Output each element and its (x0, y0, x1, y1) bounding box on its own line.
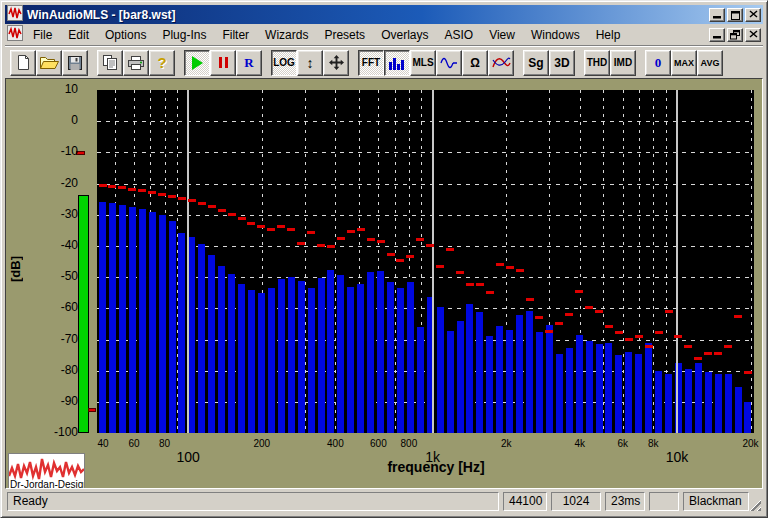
menu-item-presets[interactable]: Presets (316, 26, 373, 44)
spectrum-bar (546, 325, 553, 433)
overlay-dash (257, 225, 265, 228)
spectrum-bar (576, 335, 583, 433)
three-d-button[interactable]: 3D (549, 50, 575, 76)
print-button[interactable] (123, 50, 149, 76)
gridline-horizontal (97, 121, 754, 122)
menu-item-overlays[interactable]: Overlays (373, 26, 436, 44)
transfer-function-button[interactable] (488, 50, 514, 76)
menu-item-file[interactable]: File (25, 26, 60, 44)
chart-client-area: [dB] frequency [Hz] Dr-Jordan-Design 100… (5, 78, 763, 489)
copy-button[interactable] (97, 50, 123, 76)
zero-button[interactable]: 0 (645, 50, 671, 76)
menu-item-plug-ins[interactable]: Plug-Ins (154, 26, 214, 44)
spectrum-plot (97, 90, 754, 433)
y-tick-label: -40 (30, 238, 78, 252)
overlay-dash (367, 238, 375, 241)
maximize-button[interactable] (727, 8, 743, 22)
log-scale-button[interactable]: LOG (271, 50, 297, 76)
spectrum-bar (278, 279, 285, 433)
spectrum-bar (337, 275, 344, 433)
menu-item-edit[interactable]: Edit (60, 26, 97, 44)
status-bar: Ready 44100 1024 23ms Blackman (5, 489, 763, 513)
child-restore-button[interactable] (727, 28, 743, 42)
y-tick-label: 0 (30, 113, 78, 127)
new-file-button[interactable] (10, 50, 36, 76)
menu-item-wizards[interactable]: Wizards (257, 26, 316, 44)
zoom-vertical-button[interactable]: ↕ (297, 50, 323, 76)
spectrum-bar (407, 282, 414, 433)
spectrum-bar (109, 203, 116, 433)
menu-item-view[interactable]: View (481, 26, 523, 44)
fft-button[interactable]: FFT (358, 50, 384, 76)
y-tick-label: -20 (30, 176, 78, 190)
overlay-dash (357, 228, 365, 231)
bar-chart-icon (389, 56, 405, 70)
save-file-button[interactable] (62, 50, 88, 76)
close-button[interactable] (745, 8, 761, 22)
spectrum-bar (228, 274, 235, 433)
minimize-button[interactable] (709, 8, 725, 22)
menu-item-windows[interactable]: Windows (523, 26, 588, 44)
help-button[interactable]: ? (149, 50, 175, 76)
overlay-dash (138, 189, 146, 192)
spectrum-bar (159, 215, 166, 433)
spectrum-bar (238, 284, 245, 433)
resize-grip[interactable] (748, 498, 761, 511)
overlay-dash (267, 228, 275, 231)
y-tick-label: -50 (30, 269, 78, 283)
spectrum-bar (387, 282, 394, 433)
spectrum-bar (397, 288, 404, 433)
avg-button[interactable]: AVG (697, 50, 723, 76)
menu-items: FileEditOptionsPlug-InsFilterWizardsPres… (25, 26, 628, 44)
overlay-dash (178, 197, 186, 200)
gridline-horizontal (97, 152, 754, 153)
mls-button[interactable]: MLS (410, 50, 436, 76)
max-button[interactable]: MAX (671, 50, 697, 76)
play-button[interactable] (184, 50, 210, 76)
overlay-dash (635, 335, 643, 338)
pan-button[interactable] (323, 50, 349, 76)
open-file-button[interactable] (36, 50, 62, 76)
impedance-button[interactable]: Ω (462, 50, 488, 76)
pause-button[interactable] (210, 50, 236, 76)
overlay-dash (436, 265, 444, 268)
spectrum-bar (705, 372, 712, 433)
signal-generator-button[interactable]: Sg (523, 50, 549, 76)
spectrum-bar (725, 374, 732, 433)
child-close-button[interactable] (745, 28, 761, 42)
menu-item-options[interactable]: Options (97, 26, 154, 44)
menu-item-help[interactable]: Help (588, 26, 629, 44)
app-icon (7, 5, 23, 25)
waveform-button[interactable] (436, 50, 462, 76)
spectrum-bar (208, 255, 215, 433)
transfer-curves-icon (492, 56, 511, 69)
document-icon[interactable] (7, 25, 23, 45)
max-button-label: MAX (674, 58, 694, 68)
window-title: WinAudioMLS - [bar8.wst] (27, 8, 176, 22)
spectrum-bar (178, 233, 185, 433)
spectrum-bar (506, 330, 513, 433)
gridline-horizontal (97, 308, 754, 309)
impedance-button-label: Ω (470, 56, 480, 70)
menu-item-filter[interactable]: Filter (214, 26, 257, 44)
spectrum-bar (447, 331, 454, 433)
thd-button[interactable]: THD (584, 50, 610, 76)
spectrum-bar (536, 332, 543, 433)
gridline-decade (676, 90, 678, 433)
spectrum-bar (258, 293, 265, 433)
gridline-horizontal (97, 340, 754, 341)
spectrum-bar (596, 344, 603, 433)
overlay-dash (744, 371, 752, 374)
save-disk-icon (68, 56, 82, 70)
y-tick-label: -90 (30, 394, 78, 408)
overlay-dash (684, 345, 692, 348)
spectrum-bar (744, 402, 751, 433)
spectrum-bar (625, 352, 632, 433)
imd-button[interactable]: IMD (610, 50, 636, 76)
repeat-button[interactable]: R (236, 50, 262, 76)
spectrum-bars-button[interactable] (384, 50, 410, 76)
gridline-vertical (305, 90, 306, 433)
menu-item-asio[interactable]: ASIO (436, 26, 481, 44)
spectrum-bar (556, 354, 563, 433)
child-minimize-button[interactable] (709, 28, 725, 42)
